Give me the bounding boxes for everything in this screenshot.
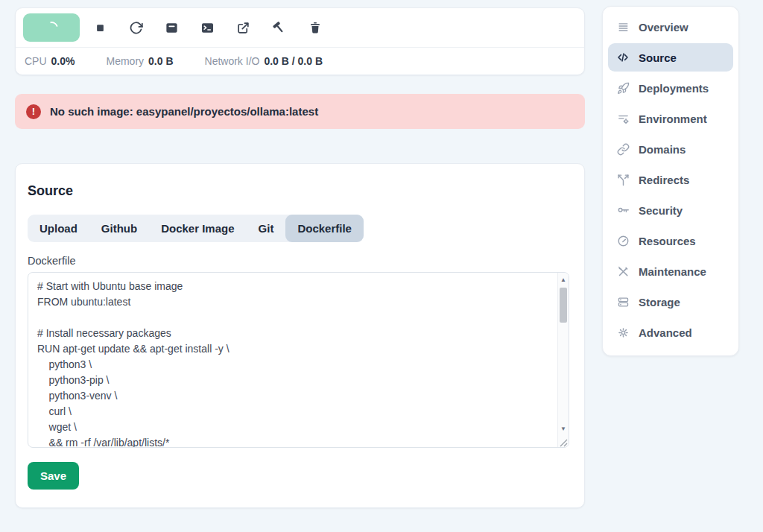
spinner-icon xyxy=(42,19,60,36)
sidebar-item-label: Resources xyxy=(639,235,696,247)
rocket-icon xyxy=(616,81,630,95)
sidebar-item-label: Domains xyxy=(639,143,686,156)
source-tabs: Upload Github Docker Image Git Dockerfil… xyxy=(28,215,364,242)
build-button[interactable] xyxy=(264,13,294,42)
sidebar-item-advanced[interactable]: Advanced xyxy=(608,318,733,346)
key-icon xyxy=(616,203,630,217)
tab-git[interactable]: Git xyxy=(247,215,286,242)
dockerfile-textarea[interactable]: # Start with Ubuntu base image FROM ubun… xyxy=(28,272,569,448)
tools-icon xyxy=(616,265,630,278)
archive-icon xyxy=(165,21,179,35)
source-card: Source Upload Github Docker Image Git Do… xyxy=(15,163,585,508)
archive-button[interactable] xyxy=(156,13,187,42)
overview-lines-icon xyxy=(616,20,630,34)
stop-button[interactable] xyxy=(85,13,115,42)
network-value: 0.0 B / 0.0 B xyxy=(264,55,323,67)
split-arrows-icon xyxy=(616,173,630,186)
restart-button[interactable] xyxy=(121,13,151,42)
deploy-loading-button[interactable] xyxy=(23,13,80,42)
service-status-card: CPU 0.0% Memory 0.0 B Network I/O 0.0 B … xyxy=(15,7,585,75)
cpu-stat: CPU 0.0% xyxy=(25,55,75,67)
tab-github[interactable]: Github xyxy=(89,215,149,242)
error-alert: ! No such image: easypanel/proyectos/oll… xyxy=(15,94,585,129)
sidebar-item-label: Storage xyxy=(639,296,680,308)
settings-sidebar: Overview Source Deployments Environment … xyxy=(602,6,739,356)
terminal-icon xyxy=(200,21,215,35)
sidebar-item-label: Security xyxy=(639,204,683,217)
sidebar-item-maintenance[interactable]: Maintenance xyxy=(608,257,733,285)
refresh-icon xyxy=(129,21,143,35)
sidebar-item-source[interactable]: Source xyxy=(608,43,733,72)
cpu-label: CPU xyxy=(25,55,47,67)
tab-docker-image[interactable]: Docker Image xyxy=(149,215,246,242)
tab-upload[interactable]: Upload xyxy=(28,215,89,242)
external-link-icon xyxy=(236,21,250,35)
sidebar-item-redirects[interactable]: Redirects xyxy=(608,165,733,194)
network-stat: Network I/O 0.0 B / 0.0 B xyxy=(205,55,323,67)
scroll-up-arrow-icon[interactable]: ▲ xyxy=(558,275,569,285)
sidebar-item-label: Redirects xyxy=(639,174,689,186)
gauge-icon xyxy=(616,234,630,247)
delete-button[interactable] xyxy=(300,13,330,42)
dockerfile-editor: # Start with Ubuntu base image FROM ubun… xyxy=(28,272,569,448)
sidebar-item-storage[interactable]: Storage xyxy=(608,288,733,316)
scrollbar-thumb[interactable] xyxy=(560,288,567,323)
sidebar-item-label: Overview xyxy=(639,21,688,34)
resize-grip-icon[interactable] xyxy=(558,437,568,446)
sidebar-item-environment[interactable]: Environment xyxy=(608,104,733,133)
service-toolbar xyxy=(16,8,584,48)
save-button[interactable]: Save xyxy=(28,462,79,490)
memory-label: Memory xyxy=(106,55,144,67)
gear-icon xyxy=(616,326,630,339)
code-icon xyxy=(616,51,630,64)
terminal-button[interactable] xyxy=(192,13,223,42)
tab-dockerfile[interactable]: Dockerfile xyxy=(285,215,364,242)
trash-icon xyxy=(308,21,322,34)
main-column: CPU 0.0% Memory 0.0 B Network I/O 0.0 B … xyxy=(15,7,585,508)
sidebar-item-label: Advanced xyxy=(639,326,692,339)
page-title: Source xyxy=(28,183,572,199)
hammer-icon xyxy=(272,21,286,35)
sidebar-item-security[interactable]: Security xyxy=(608,196,733,224)
cpu-value: 0.0% xyxy=(51,55,75,67)
error-exclamation-icon: ! xyxy=(26,104,41,119)
stats-bar: CPU 0.0% Memory 0.0 B Network I/O 0.0 B … xyxy=(16,48,584,75)
sidebar-item-overview[interactable]: Overview xyxy=(608,13,733,41)
dockerfile-field-label: Dockerfile xyxy=(28,255,572,267)
sidebar-item-label: Maintenance xyxy=(639,265,706,278)
env-settings-icon xyxy=(616,112,630,125)
sidebar-item-resources[interactable]: Resources xyxy=(608,227,733,255)
stop-icon xyxy=(95,22,106,34)
storage-icon xyxy=(616,295,630,308)
network-label: Network I/O xyxy=(205,55,260,67)
link-icon xyxy=(616,142,630,156)
sidebar-item-label: Deployments xyxy=(639,82,709,95)
scroll-down-arrow-icon[interactable]: ▼ xyxy=(558,424,569,434)
error-message: No such image: easypanel/proyectos/ollam… xyxy=(50,105,318,118)
sidebar-item-label: Environment xyxy=(639,113,707,125)
sidebar-item-deployments[interactable]: Deployments xyxy=(608,74,733,102)
open-external-button[interactable] xyxy=(228,13,259,42)
memory-value: 0.0 B xyxy=(148,55,173,67)
textarea-scrollbar[interactable]: ▲ ▼ xyxy=(557,273,569,447)
memory-stat: Memory 0.0 B xyxy=(106,55,173,67)
sidebar-item-label: Source xyxy=(639,51,677,64)
sidebar-item-domains[interactable]: Domains xyxy=(608,135,733,163)
